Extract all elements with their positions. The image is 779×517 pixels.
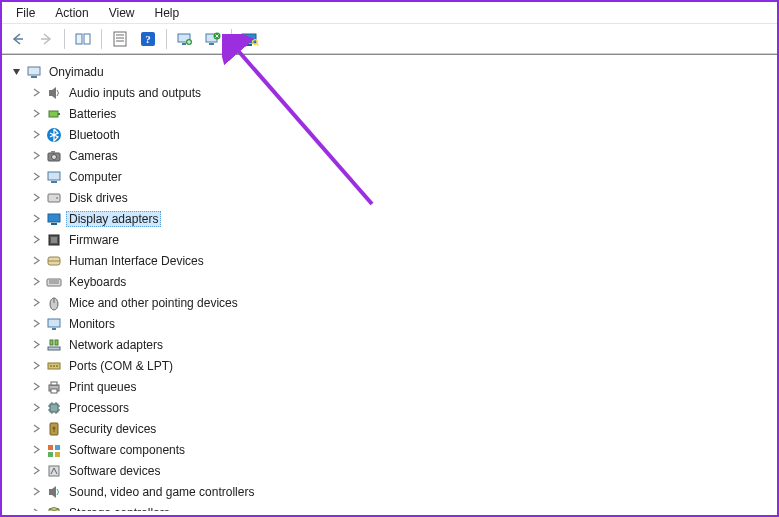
tree-item-label[interactable]: Display adapters bbox=[66, 211, 161, 227]
tree-item-label[interactable]: Print queues bbox=[66, 379, 139, 395]
tree-item[interactable]: Processors bbox=[30, 397, 773, 418]
svg-point-25 bbox=[52, 154, 57, 159]
back-button[interactable] bbox=[6, 27, 30, 51]
toolbar-divider bbox=[231, 29, 232, 49]
tree-item[interactable]: Software devices bbox=[30, 460, 773, 481]
caret-right-icon[interactable] bbox=[30, 465, 42, 477]
swdev-icon bbox=[46, 463, 62, 479]
tree-item-label[interactable]: Batteries bbox=[66, 106, 119, 122]
caret-down-icon[interactable] bbox=[10, 66, 22, 78]
computer-icon bbox=[46, 169, 62, 185]
tree-item[interactable]: Monitors bbox=[30, 313, 773, 334]
tree-item-label[interactable]: Monitors bbox=[66, 316, 118, 332]
tree-item-label[interactable]: Sound, video and game controllers bbox=[66, 484, 257, 500]
svg-rect-32 bbox=[51, 223, 57, 225]
tree-item-label[interactable]: Ports (COM & LPT) bbox=[66, 358, 176, 374]
svg-rect-43 bbox=[52, 328, 56, 330]
caret-right-icon[interactable] bbox=[30, 402, 42, 414]
caret-right-icon[interactable] bbox=[30, 255, 42, 267]
device-tree[interactable]: Onyimadu Audio inputs and outputsBatteri… bbox=[2, 54, 777, 511]
svg-rect-42 bbox=[48, 319, 60, 327]
caret-right-icon[interactable] bbox=[30, 360, 42, 372]
tree-item-label[interactable]: Network adapters bbox=[66, 337, 166, 353]
tree-item[interactable]: Disk drives bbox=[30, 187, 773, 208]
tree-root-label[interactable]: Onyimadu bbox=[46, 64, 107, 80]
tree-item-label[interactable]: Human Interface Devices bbox=[66, 253, 207, 269]
caret-right-icon[interactable] bbox=[30, 171, 42, 183]
caret-right-icon[interactable] bbox=[30, 108, 42, 120]
svg-rect-22 bbox=[58, 113, 60, 115]
tree-item-label[interactable]: Keyboards bbox=[66, 274, 129, 290]
tree-item[interactable]: Display adapters bbox=[30, 208, 773, 229]
tree-item[interactable]: Ports (COM & LPT) bbox=[30, 355, 773, 376]
tree-item[interactable]: Human Interface Devices bbox=[30, 250, 773, 271]
properties-button[interactable] bbox=[108, 27, 132, 51]
svg-rect-54 bbox=[50, 404, 58, 412]
update-driver-button[interactable] bbox=[173, 27, 197, 51]
tree-item-label[interactable]: Firmware bbox=[66, 232, 122, 248]
tree-item-label[interactable]: Bluetooth bbox=[66, 127, 123, 143]
caret-right-icon[interactable] bbox=[30, 507, 42, 512]
help-button[interactable]: ? bbox=[136, 27, 160, 51]
tree-item-label[interactable]: Mice and other pointing devices bbox=[66, 295, 241, 311]
uninstall-device-icon bbox=[205, 32, 221, 46]
uninstall-device-button[interactable] bbox=[201, 27, 225, 51]
tree-item-label[interactable]: Disk drives bbox=[66, 190, 131, 206]
tree-item[interactable]: Sound, video and game controllers bbox=[30, 481, 773, 502]
hid-icon bbox=[46, 253, 62, 269]
forward-button[interactable] bbox=[34, 27, 58, 51]
printer-icon bbox=[46, 379, 62, 395]
tree-item-label[interactable]: Processors bbox=[66, 400, 132, 416]
tree-item[interactable]: Storage controllers bbox=[30, 502, 773, 511]
caret-right-icon[interactable] bbox=[30, 423, 42, 435]
tree-item[interactable]: Keyboards bbox=[30, 271, 773, 292]
security-icon bbox=[46, 421, 62, 437]
tree-root[interactable]: Onyimadu bbox=[10, 61, 773, 82]
caret-right-icon[interactable] bbox=[30, 150, 42, 162]
caret-right-icon[interactable] bbox=[30, 192, 42, 204]
caret-right-icon[interactable] bbox=[30, 297, 42, 309]
tree-item[interactable]: Print queues bbox=[30, 376, 773, 397]
caret-right-icon[interactable] bbox=[30, 339, 42, 351]
menu-view[interactable]: View bbox=[99, 4, 145, 22]
menu-action[interactable]: Action bbox=[45, 4, 98, 22]
tree-item-label[interactable]: Security devices bbox=[66, 421, 159, 437]
caret-right-icon[interactable] bbox=[30, 486, 42, 498]
tree-item-label[interactable]: Storage controllers bbox=[66, 505, 173, 512]
caret-right-icon[interactable] bbox=[30, 234, 42, 246]
caret-right-icon[interactable] bbox=[30, 129, 42, 141]
tree-item[interactable]: Software components bbox=[30, 439, 773, 460]
svg-rect-20 bbox=[49, 90, 52, 96]
storage-icon bbox=[46, 505, 62, 512]
tree-item[interactable]: Mice and other pointing devices bbox=[30, 292, 773, 313]
tree-item-label[interactable]: Audio inputs and outputs bbox=[66, 85, 204, 101]
tree-item-label[interactable]: Software devices bbox=[66, 463, 163, 479]
caret-right-icon[interactable] bbox=[30, 444, 42, 456]
caret-right-icon[interactable] bbox=[30, 276, 42, 288]
tree-item-label[interactable]: Software components bbox=[66, 442, 188, 458]
svg-rect-34 bbox=[51, 237, 57, 243]
caret-right-icon[interactable] bbox=[30, 381, 42, 393]
tree-item[interactable]: Firmware bbox=[30, 229, 773, 250]
svg-rect-31 bbox=[48, 214, 60, 222]
svg-rect-19 bbox=[31, 76, 37, 78]
caret-right-icon[interactable] bbox=[30, 87, 42, 99]
caret-right-icon[interactable] bbox=[30, 318, 42, 330]
caret-right-icon[interactable] bbox=[30, 213, 42, 225]
tree-item[interactable]: Cameras bbox=[30, 145, 773, 166]
scan-hardware-icon bbox=[241, 32, 259, 46]
tree-item[interactable]: Bluetooth bbox=[30, 124, 773, 145]
menu-help[interactable]: Help bbox=[145, 4, 190, 22]
show-hide-console-button[interactable] bbox=[71, 27, 95, 51]
tree-item[interactable]: Network adapters bbox=[30, 334, 773, 355]
camera-icon bbox=[46, 148, 62, 164]
menu-file[interactable]: File bbox=[6, 4, 45, 22]
tree-item-label[interactable]: Computer bbox=[66, 169, 125, 185]
tree-item[interactable]: Computer bbox=[30, 166, 773, 187]
scan-hardware-button[interactable] bbox=[238, 27, 262, 51]
tree-item[interactable]: Security devices bbox=[30, 418, 773, 439]
network-icon bbox=[46, 337, 62, 353]
tree-item[interactable]: Batteries bbox=[30, 103, 773, 124]
tree-item[interactable]: Audio inputs and outputs bbox=[30, 82, 773, 103]
tree-item-label[interactable]: Cameras bbox=[66, 148, 121, 164]
